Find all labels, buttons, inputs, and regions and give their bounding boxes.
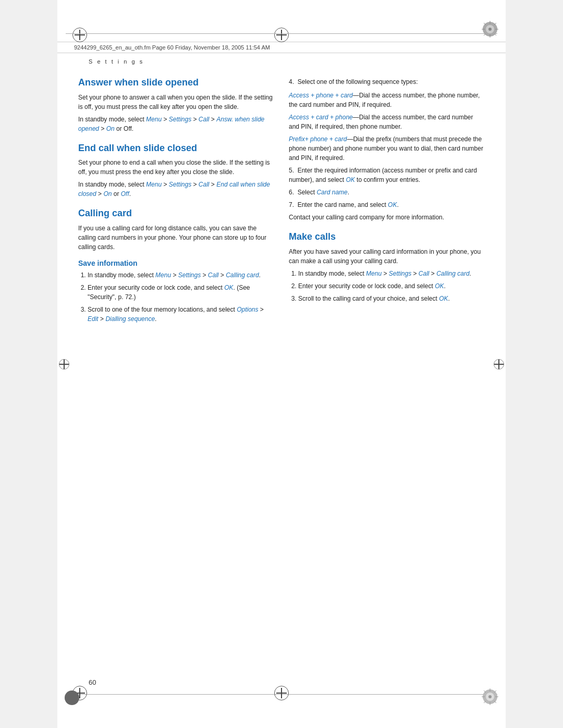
corner-decoration-bottom-right [481,687,499,708]
answer-slide-body1: Set your phone to answer a call when you… [78,93,274,112]
corner-decoration-bottom-left [64,689,80,708]
link-ok-2: OK [346,176,354,183]
link-on-1: On [106,125,115,132]
link-call-4: Call [419,270,430,277]
main-content: Answer when slide opened Set your phone … [57,68,506,348]
step6: 6. Select Card name. [289,188,485,197]
step7: 7. Enter the card name, and select OK. [289,200,485,209]
link-settings-4: Settings [389,270,411,277]
sequence-intro: 4. Select one of the following sequence … [289,77,485,87]
header-text: 9244299_6265_en_au_oth.fm Page 60 Friday… [74,44,270,51]
link-settings-1: Settings [169,116,191,123]
reg-mark-top-center [274,27,289,43]
heading-calling-card: Calling card [78,208,274,219]
reg-mark-mid-left [56,356,72,372]
calling-card-body1: If you use a calling card for long dista… [78,224,274,252]
end-call-slide-body1: Set your phone to end a call when you cl… [78,158,274,177]
make-calls-item-1: In standby mode, select Menu > Settings … [298,269,485,278]
save-info-item-1: In standby mode, select Menu > Settings … [88,270,274,280]
make-calls-list: In standby mode, select Menu > Settings … [289,269,485,303]
svg-point-2 [488,28,492,31]
heading-answer-slide: Answer when slide opened [78,77,274,89]
access-phone-card: Access + phone + card—Dial the access nu… [289,91,485,109]
link-access-card-phone: Access + card + phone [289,114,353,121]
link-on-2: On [103,190,112,198]
link-call-1: Call [199,116,210,123]
link-access-phone-card: Access + phone + card [289,92,353,99]
save-info-item-3: Scroll to one of the four memory locatio… [88,305,274,324]
link-ok-1: OK [224,284,233,291]
reg-mark-mid-right [491,356,507,372]
reg-mark-top-left [72,27,88,43]
svg-point-11 [65,690,79,705]
link-prefix-phone-card: Prefix+ phone + card [289,135,347,143]
svg-point-14 [488,695,492,698]
link-menu-2: Menu [146,181,162,188]
left-column: Answer when slide opened Set your phone … [78,68,274,327]
answer-slide-body2: In standby mode, select Menu > Settings … [78,115,274,133]
link-calling-card-1: Calling card [226,272,259,279]
make-calls-item-2: Enter your security code or lock code, a… [298,281,485,291]
link-edit-1: Edit [88,315,99,323]
link-call-3: Call [208,272,219,279]
link-ok-5: OK [439,295,448,302]
right-column: 4. Select one of the following sequence … [289,68,485,327]
step5: 5. Enter the required information (acces… [289,166,485,184]
link-calling-card-2: Calling card [436,270,469,277]
page-number: 60 [89,678,96,686]
link-ok-4: OK [435,282,444,290]
save-info-item-2: Enter your security code or lock code, a… [88,283,274,302]
page: 9244299_6265_en_au_oth.fm Page 60 Friday… [57,0,506,728]
heading-save-information: Save information [78,259,274,267]
link-call-2: Call [199,181,210,188]
corner-decoration-top-right [481,20,499,41]
make-calls-body1: After you have saved your calling card i… [289,247,485,266]
link-menu-4: Menu [366,270,382,277]
reg-mark-bottom-center [274,685,289,701]
end-call-slide-body2: In standby mode, select Menu > Settings … [78,180,274,199]
link-options-1: Options [237,306,258,313]
section-label: S e t t i n g s [57,53,506,68]
link-card-name: Card name [316,189,347,196]
link-dialling-seq: Dialling sequence [105,315,155,323]
link-off-2: Off [121,190,129,198]
link-menu-3: Menu [155,272,171,279]
link-settings-3: Settings [178,272,201,279]
save-info-list: In standby mode, select Menu > Settings … [78,270,274,324]
reg-line-top [66,33,497,34]
link-menu-1: Menu [146,116,162,123]
prefix-phone-card: Prefix+ phone + card—Dial the prefix (nu… [289,134,485,163]
link-settings-2: Settings [169,181,191,188]
header-bar: 9244299_6265_en_au_oth.fm Page 60 Friday… [57,42,506,53]
link-ok-3: OK [388,201,397,208]
contact-text: Contact your calling card company for mo… [289,213,485,222]
heading-make-calls: Make calls [289,231,485,243]
heading-end-call-slide: End call when slide closed [78,143,274,154]
make-calls-item-3: Scroll to the calling card of your choic… [298,294,485,303]
access-card-phone: Access + card + phone—Dial the access nu… [289,113,485,131]
